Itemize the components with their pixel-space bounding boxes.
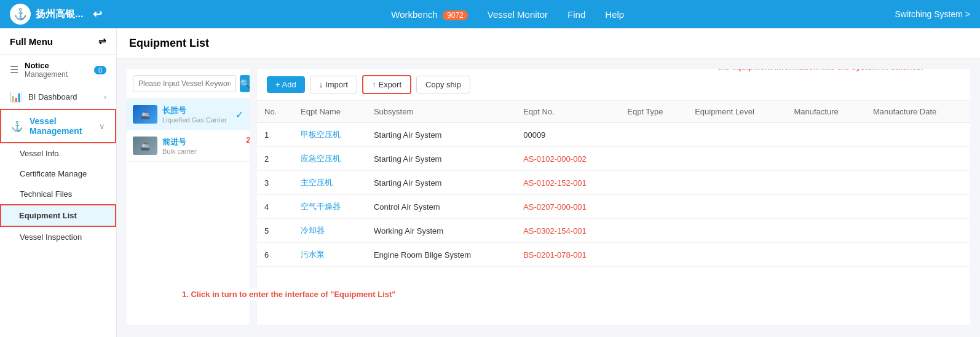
- vessel-thumb-1: 🚢: [133, 105, 157, 124]
- cell-eqpt-no: 00009: [516, 123, 620, 147]
- table-row[interactable]: 4 空气干燥器 Control Air System AS-0207-000-0…: [257, 195, 970, 219]
- cell-eqpt-type: [620, 147, 687, 171]
- logo-area: ⚓ 扬州高银... ↩: [10, 4, 121, 25]
- vessel-list-item-1[interactable]: 🚢 长胜号 Liquefied Gas Carrier ✓: [127, 99, 250, 130]
- table-row[interactable]: 6 污水泵 Engine Room Bilge System BS-0201-0…: [257, 243, 970, 267]
- vessel-info-2: 前进号 Bulk carrier: [162, 137, 243, 155]
- equipment-tbody: 1 甲板空压机 Starting Air System 00009 2 应急空压…: [257, 123, 970, 267]
- vessel-mgmt-label1: Vessel: [30, 116, 82, 126]
- import-label: Import: [325, 80, 348, 89]
- vessel-search-input[interactable]: [133, 75, 236, 92]
- cell-eqpt-name: 甲板空压机: [293, 123, 366, 147]
- copy-ship-button[interactable]: Copy ship: [416, 76, 470, 93]
- vessel-icon: ⚓: [11, 121, 23, 132]
- cell-manufacture: [786, 195, 866, 219]
- bi-label: BI Dashboard: [28, 92, 77, 101]
- cell-subsystem: Working Air System: [366, 219, 516, 243]
- cell-eqpt-no: AS-0302-154-001: [516, 219, 620, 243]
- vessel-type-1: Liquefied Gas Carrier: [162, 116, 231, 124]
- full-menu-label: Full Menu: [10, 36, 53, 47]
- cell-date: [866, 219, 970, 243]
- sidebar-sub-vessel-inspection[interactable]: Vessel Inspection: [0, 227, 116, 247]
- sidebar-sub-equipment-list[interactable]: Equipment List: [0, 204, 116, 227]
- nav-workbench[interactable]: Workbench 9072: [391, 9, 467, 20]
- main-layout: Full Menu ⇌ ☰ Notice Management 0 📊 BI D…: [0, 28, 980, 337]
- import-button[interactable]: ↓ Import: [310, 76, 357, 93]
- cell-eqpt-type: [620, 243, 687, 267]
- cell-date: [866, 147, 970, 171]
- vessel-sub-menu: Vessel Info. Certificate Manage Technica…: [0, 143, 116, 247]
- cell-eqpt-name: 冷却器: [293, 219, 366, 243]
- cell-subsystem: Control Air System: [366, 195, 516, 219]
- cell-date: [866, 195, 970, 219]
- cell-level: [687, 147, 786, 171]
- cell-no: 6: [257, 243, 293, 267]
- col-eqpt-type: Eqpt Type: [620, 101, 687, 123]
- content-body: 🔍 🚢 长胜号 Liquefied Gas Carrier ✓: [117, 59, 980, 335]
- cell-eqpt-name: 污水泵: [293, 243, 366, 267]
- cell-eqpt-type: [620, 219, 687, 243]
- vessel-mgmt-arrow: ∨: [99, 122, 105, 131]
- equip-toolbar: + Add ↓ Import ↑ Export Copy ship: [257, 69, 970, 101]
- vessel-search-area: 🔍: [127, 69, 250, 99]
- notice-sub-label: Management: [25, 70, 94, 79]
- back-icon[interactable]: ↩: [93, 7, 102, 21]
- col-subsystem: Subsystem: [366, 101, 516, 123]
- sidebar-item-bi-dashboard[interactable]: 📊 BI Dashboard ›: [0, 85, 116, 109]
- sidebar-sub-certificate[interactable]: Certificate Manage: [0, 164, 116, 184]
- cell-no: 2: [257, 147, 293, 171]
- vessel-info-1: 长胜号 Liquefied Gas Carrier: [162, 105, 231, 124]
- cell-eqpt-name: 主空压机: [293, 171, 366, 195]
- vessel-ship-icon-2: 🚢: [140, 141, 150, 151]
- vessel-list-item-2[interactable]: 🚢 前进号 Bulk carrier: [127, 130, 250, 162]
- sidebar-sub-technical[interactable]: Technical Files: [0, 184, 116, 204]
- nav-find[interactable]: Find: [567, 9, 585, 20]
- cell-eqpt-no: AS-0102-152-001: [516, 171, 620, 195]
- cell-eqpt-no: AS-0207-000-001: [516, 195, 620, 219]
- switching-system[interactable]: Switching System >: [895, 9, 970, 19]
- sidebar-item-notice[interactable]: ☰ Notice Management 0: [0, 55, 116, 85]
- cell-no: 4: [257, 195, 293, 219]
- menu-toggle-icon[interactable]: ⇌: [98, 36, 106, 47]
- notice-icon: ☰: [10, 64, 18, 76]
- table-row[interactable]: 5 冷却器 Working Air System AS-0302-154-001: [257, 219, 970, 243]
- vessel-mgmt-label2: Management: [30, 126, 82, 136]
- table-header-row: No. Eqpt Name Subsystem Eqpt No. Eqpt Ty…: [257, 101, 970, 123]
- notice-badge: 0: [94, 66, 106, 74]
- col-manufacture-date: Manufacture Date: [866, 101, 970, 123]
- col-manufacture: Manufacture: [786, 101, 866, 123]
- import-icon: ↓: [319, 80, 323, 89]
- logo-icon: ⚓: [10, 4, 31, 25]
- sidebar: Full Menu ⇌ ☰ Notice Management 0 📊 BI D…: [0, 28, 117, 337]
- cell-eqpt-no: AS-0102-000-002: [516, 147, 620, 171]
- cell-level: [687, 243, 786, 267]
- nav-help[interactable]: Help: [605, 9, 624, 20]
- cell-level: [687, 219, 786, 243]
- col-eqpt-no: Eqpt No.: [516, 101, 620, 123]
- sidebar-sub-vessel-info[interactable]: Vessel Info.: [0, 143, 116, 164]
- main-content: Equipment List 🔍 🚢 长胜号: [117, 28, 980, 337]
- vessel-search-button[interactable]: 🔍: [240, 75, 250, 92]
- sidebar-item-vessel-management[interactable]: ⚓ Vessel Management ∨: [0, 109, 116, 143]
- bi-icon: 📊: [10, 91, 22, 103]
- export-icon: ↑: [372, 80, 376, 89]
- cell-date: [866, 123, 970, 147]
- add-button[interactable]: + Add: [267, 76, 305, 93]
- vessel-check-1: ✓: [235, 109, 243, 121]
- table-row[interactable]: 3 主空压机 Starting Air System AS-0102-152-0…: [257, 171, 970, 195]
- export-label: Export: [378, 80, 401, 89]
- table-row[interactable]: 1 甲板空压机 Starting Air System 00009: [257, 123, 970, 147]
- cell-no: 5: [257, 219, 293, 243]
- table-row[interactable]: 2 应急空压机 Starting Air System AS-0102-000-…: [257, 147, 970, 171]
- cell-subsystem: Starting Air System: [366, 123, 516, 147]
- equipment-table-container: No. Eqpt Name Subsystem Eqpt No. Eqpt Ty…: [257, 101, 970, 325]
- vessel-name-2: 前进号: [162, 137, 243, 148]
- cell-date: [866, 243, 970, 267]
- export-button[interactable]: ↑ Export: [362, 75, 411, 94]
- nav-center: Workbench 9072 Vessel Monitor Find Help: [121, 9, 895, 20]
- vessel-type-2: Bulk carrier: [162, 148, 243, 155]
- nav-vessel-monitor[interactable]: Vessel Monitor: [488, 9, 548, 20]
- page-title: Equipment List: [117, 28, 980, 59]
- col-eqpt-name: Eqpt Name: [293, 101, 366, 123]
- cell-manufacture: [786, 219, 866, 243]
